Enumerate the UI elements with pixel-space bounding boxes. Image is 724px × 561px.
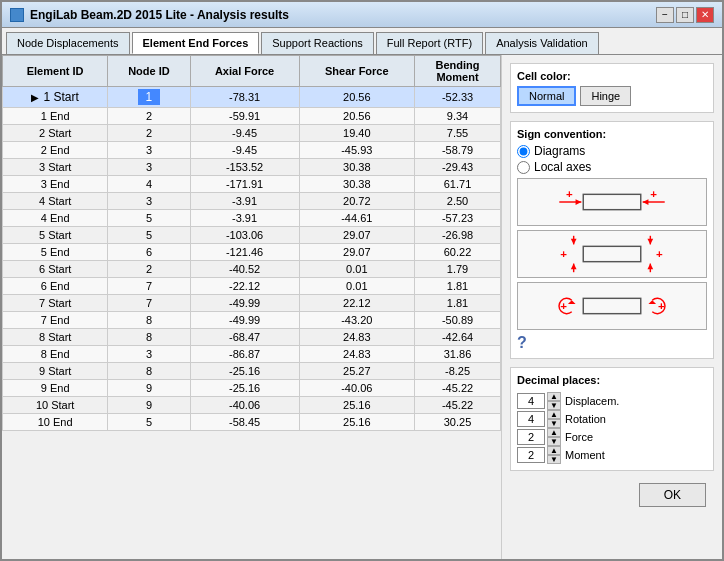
table-row[interactable]: 5 End6-121.4629.0760.22 [3,244,501,261]
main-window: EngiLab Beam.2D 2015 Lite - Analysis res… [0,0,724,561]
spinner-down-3[interactable]: ▼ [547,455,561,464]
radio-local-axes-label: Local axes [534,160,591,174]
question-mark-btn[interactable]: ? [517,334,707,352]
table-row[interactable]: 1 End2-59.9120.569.34 [3,108,501,125]
cell-bending: 1.81 [415,295,501,312]
tabs-row: Node Displacements Element End Forces Su… [2,28,722,55]
cell-element-id: 6 Start [3,261,108,278]
spinner-down-1[interactable]: ▼ [547,419,561,428]
decimal-places-title: Decimal places: [517,374,707,386]
diagram-svg-1: + + [518,179,706,225]
ok-row: OK [510,479,714,511]
cell-node-id: 8 [108,329,190,346]
table-row[interactable]: 2 End3-9.45-45.93-58.79 [3,142,501,159]
spinner-down-2[interactable]: ▼ [547,437,561,446]
svg-marker-9 [571,239,577,245]
svg-rect-7 [583,246,641,261]
tab-element-end-forces[interactable]: Element End Forces [132,32,260,54]
cell-node-id: 7 [108,278,190,295]
svg-marker-11 [571,264,577,270]
table-row[interactable]: 9 End9-25.16-40.06-45.22 [3,380,501,397]
decimal-input-1[interactable] [517,411,545,427]
spinner-up-3[interactable]: ▲ [547,446,561,455]
cell-bending: -50.89 [415,312,501,329]
spinner-up-1[interactable]: ▲ [547,410,561,419]
decimal-row-2: ▲ ▼ Force [517,428,707,446]
spinner-up-0[interactable]: ▲ [547,392,561,401]
tab-full-report[interactable]: Full Report (RTF) [376,32,483,54]
table-row[interactable]: 7 Start7-49.9922.121.81 [3,295,501,312]
cell-element-id: 2 End [3,142,108,159]
col-node-id: Node ID [108,56,190,87]
cell-bending: -45.22 [415,380,501,397]
table-row[interactable]: 6 End7-22.120.011.81 [3,278,501,295]
cell-node-id: 5 [108,210,190,227]
decimal-input-3[interactable] [517,447,545,463]
tab-analysis-validation[interactable]: Analysis Validation [485,32,599,54]
decimal-input-2[interactable] [517,429,545,445]
tab-node-displacements[interactable]: Node Displacements [6,32,130,54]
sign-convention-section: Sign convention: Diagrams Local axes [510,121,714,359]
spinner-btns-1: ▲ ▼ [547,410,561,428]
cell-node-id: 4 [108,176,190,193]
table-row[interactable]: 10 Start9-40.0625.16-45.22 [3,397,501,414]
table-container[interactable]: Element ID Node ID Axial Force Shear For… [2,55,502,559]
table-row[interactable]: 10 End5-58.4525.1630.25 [3,414,501,431]
table-row[interactable]: 6 Start2-40.520.011.79 [3,261,501,278]
cell-axial: -153.52 [190,159,299,176]
cell-axial: -58.45 [190,414,299,431]
maximize-button[interactable]: □ [676,7,694,23]
cell-element-id: 7 Start [3,295,108,312]
cell-color-normal-btn[interactable]: Normal [517,86,576,106]
cell-element-id: 8 End [3,346,108,363]
cell-node-id: 3 [108,193,190,210]
radio-diagrams[interactable] [517,145,530,158]
decimal-pair-1: ▲ ▼ [517,410,561,428]
cell-axial: -3.91 [190,193,299,210]
cell-bending: 31.86 [415,346,501,363]
cell-axial: -49.99 [190,295,299,312]
cell-node-id: 5 [108,414,190,431]
table-row[interactable]: 9 Start8-25.1625.27-8.25 [3,363,501,380]
radio-local-axes[interactable] [517,161,530,174]
table-row[interactable]: 4 End5-3.91-44.61-57.23 [3,210,501,227]
cell-bending: 30.25 [415,414,501,431]
table-row[interactable]: 8 Start8-68.4724.83-42.64 [3,329,501,346]
svg-text:+: + [560,248,567,260]
ok-button[interactable]: OK [639,483,706,507]
tab-support-reactions[interactable]: Support Reactions [261,32,374,54]
sign-convention-title: Sign convention: [517,128,707,140]
decimal-input-0[interactable] [517,393,545,409]
cell-color-row: Normal Hinge [517,86,707,106]
close-button[interactable]: ✕ [696,7,714,23]
table-row[interactable]: 2 Start2-9.4519.407.55 [3,125,501,142]
cell-node-id: 3 [108,142,190,159]
cell-bending: -57.23 [415,210,501,227]
cell-axial: -9.45 [190,125,299,142]
cell-shear: 25.16 [299,397,414,414]
table-row[interactable]: ▶1 Start1-78.3120.56-52.33 [3,87,501,108]
cell-color-hinge-btn[interactable]: Hinge [580,86,631,106]
cell-bending: -52.33 [415,87,501,108]
cell-axial: -3.91 [190,210,299,227]
table-row[interactable]: 3 End4-171.9130.3861.71 [3,176,501,193]
table-row[interactable]: 3 Start3-153.5230.38-29.43 [3,159,501,176]
cell-node-id: 9 [108,380,190,397]
table-row[interactable]: 7 End8-49.99-43.20-50.89 [3,312,501,329]
cell-node-id: 1 [108,87,190,108]
window-title: EngiLab Beam.2D 2015 Lite - Analysis res… [30,8,289,22]
radio-diagrams-label: Diagrams [534,144,585,158]
table-row[interactable]: 8 End3-86.8724.8331.86 [3,346,501,363]
svg-marker-20 [648,300,656,304]
col-bending-moment: BendingMoment [415,56,501,87]
table-row[interactable]: 4 Start3-3.9120.722.50 [3,193,501,210]
spinner-down-0[interactable]: ▼ [547,401,561,410]
minimize-button[interactable]: − [656,7,674,23]
diagram-svg-2: + + [518,231,706,277]
cell-shear: 24.83 [299,329,414,346]
col-axial-force: Axial Force [190,56,299,87]
table-row[interactable]: 5 Start5-103.0629.07-26.98 [3,227,501,244]
spinner-up-2[interactable]: ▲ [547,428,561,437]
cell-shear: 0.01 [299,261,414,278]
cell-shear: -45.93 [299,142,414,159]
